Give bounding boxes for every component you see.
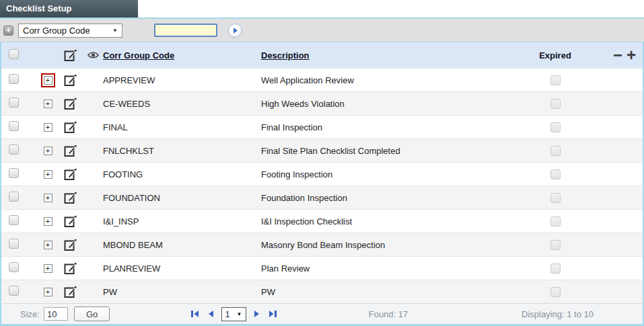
previous-page-icon[interactable] bbox=[206, 309, 215, 319]
remove-icon[interactable]: − bbox=[613, 48, 622, 62]
found-count: Found: 17 bbox=[304, 309, 472, 319]
page-number-select[interactable]: 1 ▼ bbox=[221, 307, 246, 321]
description-cell: Plan Review bbox=[261, 263, 515, 274]
expired-checkbox bbox=[550, 240, 561, 250]
add-column-icon[interactable]: + bbox=[627, 48, 636, 62]
edit-icon[interactable] bbox=[64, 145, 77, 157]
row-checkbox[interactable] bbox=[9, 97, 19, 108]
expired-checkbox bbox=[550, 75, 561, 85]
table-body: + APPREVIEW Well Application Review + bbox=[1, 68, 643, 303]
add-icon[interactable]: + bbox=[3, 26, 13, 36]
column-header-description[interactable]: Description bbox=[261, 50, 310, 60]
expired-checkbox bbox=[550, 216, 561, 227]
go-button[interactable]: Go bbox=[74, 307, 110, 321]
description-cell: Masonry Bond Beam Inspection bbox=[261, 240, 515, 250]
expired-checkbox bbox=[550, 287, 561, 297]
edit-icon[interactable] bbox=[64, 121, 77, 134]
row-checkbox[interactable] bbox=[9, 145, 19, 155]
expand-icon[interactable]: + bbox=[44, 76, 52, 85]
table-row: + FINAL Final Inspection bbox=[1, 115, 643, 138]
edit-icon[interactable] bbox=[64, 74, 77, 87]
checklist-table: Corr Group Code Description Expired − + … bbox=[0, 42, 644, 303]
column-header-expired: Expired bbox=[539, 50, 571, 60]
expired-checkbox bbox=[550, 263, 561, 274]
corr-group-code-cell: PW bbox=[103, 287, 261, 297]
size-label: Size: bbox=[20, 309, 40, 319]
expand-highlight-box: + bbox=[41, 261, 55, 276]
expand-highlight-box: + bbox=[41, 285, 55, 299]
expand-highlight-box: + bbox=[41, 238, 55, 252]
last-page-icon[interactable] bbox=[268, 309, 277, 319]
edit-icon[interactable] bbox=[64, 215, 77, 228]
column-header-corr-group-code[interactable]: Corr Group Code bbox=[103, 50, 174, 60]
pagination: 1 ▼ bbox=[163, 307, 304, 321]
expand-icon[interactable]: + bbox=[44, 170, 52, 179]
table-row: + PW PW bbox=[1, 280, 643, 303]
expired-checkbox bbox=[550, 193, 561, 203]
row-checkbox[interactable] bbox=[9, 74, 19, 84]
expired-checkbox bbox=[550, 146, 561, 156]
row-checkbox[interactable] bbox=[9, 239, 19, 249]
corr-group-code-cell: APPREVIEW bbox=[103, 75, 261, 85]
corr-group-code-cell: FOUNDATION bbox=[103, 193, 261, 203]
edit-icon[interactable] bbox=[64, 97, 77, 110]
row-checkbox[interactable] bbox=[9, 286, 19, 296]
expand-icon[interactable]: + bbox=[44, 288, 52, 296]
expand-highlight-box: + bbox=[41, 214, 55, 229]
description-cell: High Weeds Violation bbox=[261, 99, 515, 109]
expired-checkbox bbox=[550, 122, 561, 132]
search-toolbar: + Corr Group Code ▼ bbox=[0, 19, 644, 42]
page-size-input[interactable] bbox=[44, 307, 68, 321]
expand-icon[interactable]: + bbox=[44, 99, 52, 108]
edit-icon[interactable] bbox=[64, 239, 77, 251]
table-row: + I&I_INSP I&I Inspection Checklist bbox=[1, 209, 643, 233]
expand-icon[interactable]: + bbox=[44, 147, 52, 155]
table-row: + APPREVIEW Well Application Review bbox=[1, 68, 643, 91]
row-checkbox[interactable] bbox=[9, 192, 19, 202]
expand-icon[interactable]: + bbox=[44, 217, 52, 226]
expand-highlight-box: + bbox=[41, 73, 55, 87]
expand-icon[interactable]: + bbox=[44, 123, 52, 132]
select-all-checkbox[interactable] bbox=[9, 49, 19, 59]
edit-icon[interactable] bbox=[64, 168, 77, 181]
table-header-row: Corr Group Code Description Expired − + bbox=[1, 42, 643, 68]
description-cell: PW bbox=[261, 287, 515, 297]
expand-highlight-box: + bbox=[41, 144, 55, 158]
chevron-down-icon: ▼ bbox=[112, 28, 118, 34]
description-cell: Final Inspection bbox=[261, 122, 515, 132]
description-cell: Foundation Inspection bbox=[261, 193, 515, 203]
expand-icon[interactable]: + bbox=[44, 194, 52, 202]
row-checkbox[interactable] bbox=[9, 168, 19, 178]
edit-icon[interactable] bbox=[64, 192, 77, 204]
row-checkbox[interactable] bbox=[9, 121, 19, 131]
next-page-icon[interactable] bbox=[252, 309, 262, 319]
description-cell: Final Site Plan Checklist Completed bbox=[261, 146, 515, 156]
run-search-button[interactable] bbox=[228, 24, 242, 38]
corr-group-code-cell: FOOTING bbox=[103, 169, 261, 179]
row-checkbox[interactable] bbox=[9, 215, 19, 225]
expired-checkbox bbox=[550, 99, 561, 109]
description-cell: Footing Inspection bbox=[261, 169, 515, 179]
first-page-icon[interactable] bbox=[190, 309, 200, 319]
search-input[interactable] bbox=[154, 24, 217, 37]
table-row: + FOOTING Footing Inspection bbox=[1, 162, 643, 186]
eye-icon[interactable] bbox=[87, 51, 99, 59]
table-row: + CE-WEEDS High Weeds Violation bbox=[1, 91, 643, 115]
row-checkbox[interactable] bbox=[9, 262, 19, 272]
corr-group-code-cell: FINAL bbox=[103, 122, 261, 132]
description-cell: I&I Inspection Checklist bbox=[261, 216, 515, 227]
expand-icon[interactable]: + bbox=[44, 264, 52, 273]
table-row: + PLANREVIEW Plan Review bbox=[1, 256, 643, 280]
expired-checkbox bbox=[550, 169, 561, 179]
expand-icon[interactable]: + bbox=[44, 241, 52, 249]
corr-group-code-cell: MBOND BEAM bbox=[103, 240, 261, 250]
table-row: + MBOND BEAM Masonry Bond Beam Inspectio… bbox=[1, 233, 643, 256]
edit-icon[interactable] bbox=[64, 286, 77, 298]
expand-highlight-box: + bbox=[41, 120, 55, 134]
table-row: + FNLCHKLST Final Site Plan Checklist Co… bbox=[1, 138, 643, 162]
search-field-select[interactable]: Corr Group Code ▼ bbox=[18, 24, 122, 38]
corr-group-code-cell: FNLCHKLST bbox=[103, 146, 261, 156]
edit-icon[interactable] bbox=[64, 262, 77, 275]
play-icon bbox=[231, 27, 239, 34]
edit-icon[interactable] bbox=[64, 49, 77, 62]
